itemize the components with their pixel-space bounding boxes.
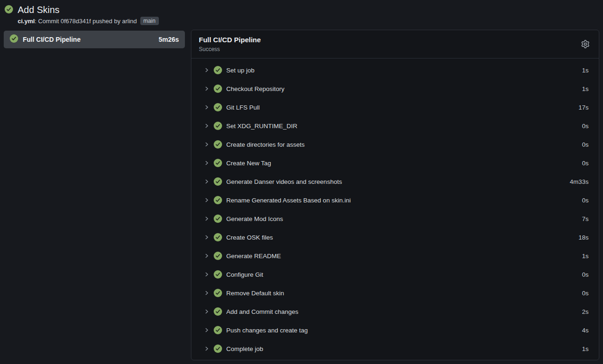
step-row[interactable]: Generate Danser videos and screenshots 4…	[191, 172, 599, 191]
success-check-icon	[214, 66, 222, 74]
step-row[interactable]: Set up job 1s	[191, 61, 599, 79]
success-check-icon	[214, 252, 222, 260]
job-panel-header: Full CI/CD Pipeline Success	[191, 30, 599, 58]
steps-list: Set up job 1s Checkout Repository 1s Git…	[191, 58, 599, 360]
job-settings-button[interactable]	[579, 38, 591, 50]
chevron-right-icon	[204, 234, 210, 240]
chevron-right-icon	[204, 309, 210, 314]
success-check-icon	[214, 140, 222, 149]
step-duration: 7s	[582, 215, 589, 222]
step-row[interactable]: Create New Tag 0s	[191, 154, 599, 172]
step-row[interactable]: Generate README 1s	[191, 247, 599, 265]
success-check-icon	[214, 307, 222, 316]
success-check-icon	[214, 214, 222, 223]
step-duration: 0s	[582, 290, 589, 297]
success-check-icon	[214, 84, 222, 93]
step-row[interactable]: Set XDG_RUNTIME_DIR 0s	[191, 117, 599, 135]
step-row[interactable]: Rename Generated Assets Based on skin.in…	[191, 191, 599, 209]
job-status-icon	[10, 34, 18, 45]
step-name: Configure Git	[226, 271, 578, 278]
sidebar-job-item[interactable]: Full CI/CD Pipeline 5m26s	[4, 31, 185, 48]
step-row[interactable]: Generate Mod Icons 7s	[191, 209, 599, 228]
job-status-text: Success	[199, 46, 261, 52]
chevron-right-icon	[204, 86, 210, 91]
success-check-icon	[214, 307, 222, 316]
step-row[interactable]: Configure Git 0s	[191, 265, 599, 284]
step-row[interactable]: Add and Commit changes 2s	[191, 302, 599, 321]
success-check-icon	[214, 344, 222, 353]
step-row[interactable]: Checkout Repository 1s	[191, 79, 599, 98]
commit-text: : Commit 0f678d341f pushed by arlind	[35, 18, 137, 25]
job-panel-header-text: Full CI/CD Pipeline Success	[199, 35, 261, 52]
success-check-icon	[214, 122, 222, 130]
success-check-icon	[214, 84, 222, 93]
success-check-icon	[214, 289, 222, 297]
success-check-icon	[214, 196, 222, 204]
run-header: Add Skins ci.yml: Commit 0f678d341f push…	[0, 0, 603, 25]
step-row[interactable]: Remove Default skin 0s	[191, 284, 599, 302]
chevron-right-icon	[204, 216, 210, 221]
chevron-right-icon	[204, 67, 210, 73]
job-panel: Full CI/CD Pipeline Success Set up job 1…	[191, 30, 599, 360]
job-duration: 5m26s	[158, 36, 179, 43]
chevron-right-icon	[204, 253, 210, 259]
job-panel-title: Full CI/CD Pipeline	[199, 35, 261, 44]
success-check-icon	[214, 326, 222, 334]
chevron-right-icon	[204, 104, 210, 110]
step-duration: 0s	[582, 271, 589, 278]
run-status-icon	[5, 5, 13, 15]
step-row[interactable]: Complete job 1s	[191, 339, 599, 358]
step-duration: 4s	[582, 327, 589, 334]
step-name: Git LFS Pull	[226, 104, 574, 111]
success-check-icon	[214, 159, 222, 167]
commit-message: ci.yml: Commit 0f678d341f pushed by arli…	[18, 17, 137, 25]
branch-badge[interactable]: main	[140, 17, 159, 25]
chevron-right-icon	[204, 327, 210, 333]
chevron-right-icon	[204, 272, 210, 277]
chevron-right-icon	[204, 179, 210, 184]
step-duration: 1s	[582, 85, 589, 92]
chevron-right-icon	[204, 123, 210, 129]
step-duration: 2s	[582, 308, 589, 315]
step-name: Generate Danser videos and screenshots	[226, 178, 565, 185]
chevron-right-icon	[204, 197, 210, 203]
success-check-icon	[214, 233, 222, 241]
step-name: Remove Default skin	[226, 290, 578, 297]
gear-icon	[581, 40, 590, 48]
jobs-sidebar: Full CI/CD Pipeline 5m26s	[4, 30, 185, 48]
step-name: Generate Mod Icons	[226, 215, 578, 222]
step-duration: 1s	[582, 345, 589, 352]
success-check-icon	[214, 270, 222, 279]
step-row[interactable]: Create directories for assets 0s	[191, 135, 599, 154]
success-check-icon	[214, 140, 222, 149]
step-row[interactable]: Create OSK files 18s	[191, 228, 599, 247]
step-duration: 1s	[582, 67, 589, 74]
run-content: Full CI/CD Pipeline 5m26s Full CI/CD Pip…	[0, 30, 603, 360]
step-name: Create OSK files	[226, 234, 574, 241]
step-name: Set up job	[226, 67, 578, 74]
success-check-icon	[214, 252, 222, 260]
step-name: Push changes and create tag	[226, 327, 578, 334]
success-check-icon	[214, 326, 222, 334]
success-check-icon	[5, 5, 13, 13]
step-row[interactable]: Git LFS Pull 17s	[191, 98, 599, 117]
success-check-icon	[214, 289, 222, 297]
step-duration: 0s	[582, 197, 589, 204]
workflow-file-name: ci.yml	[18, 18, 35, 25]
step-name: Create directories for assets	[226, 141, 578, 148]
success-check-icon	[214, 177, 222, 186]
step-name: Add and Commit changes	[226, 308, 578, 315]
success-check-icon	[214, 233, 222, 241]
success-check-icon	[214, 103, 222, 111]
success-check-icon	[214, 177, 222, 186]
success-check-icon	[214, 103, 222, 111]
step-row[interactable]: Push changes and create tag 4s	[191, 321, 599, 339]
chevron-right-icon	[204, 290, 210, 296]
step-name: Rename Generated Assets Based on skin.in…	[226, 197, 578, 204]
run-header-text: Add Skins ci.yml: Commit 0f678d341f push…	[18, 4, 159, 25]
success-check-icon	[214, 159, 222, 167]
job-name: Full CI/CD Pipeline	[23, 36, 154, 43]
step-duration: 0s	[582, 123, 589, 130]
step-duration: 17s	[578, 104, 589, 111]
success-check-icon	[214, 66, 222, 74]
